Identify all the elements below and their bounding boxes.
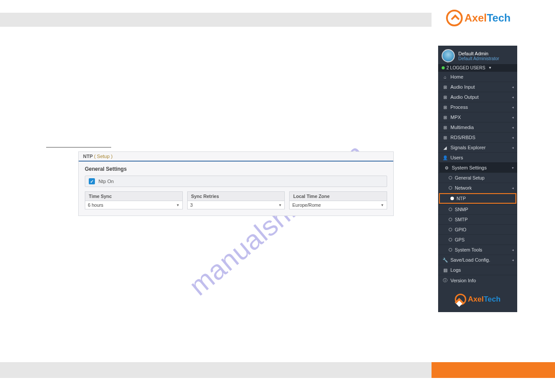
sidebar-label: Process: [450, 104, 468, 110]
circle-icon: [449, 218, 452, 221]
sidebar-sub-general-setup[interactable]: General Setup: [438, 173, 517, 183]
ntp-on-row[interactable]: ✓ Ntp On: [85, 176, 387, 187]
grid-icon: ⊞: [443, 125, 448, 130]
sidebar-sub-gpio[interactable]: GPIO: [438, 224, 517, 234]
sidebar-item-save-load[interactable]: 🔧 Save/Load Config. ◂: [438, 255, 517, 265]
sidebar-sub-system-tools[interactable]: System Tools ◂: [438, 245, 517, 255]
sidebar-role: Default Administrator: [458, 56, 499, 61]
sidebar-item-users[interactable]: 👤 Users: [438, 152, 517, 162]
sidebar-sub-gps[interactable]: GPS: [438, 234, 517, 245]
gear-icon: ⚙: [444, 165, 449, 170]
chevron-left-icon: ◂: [512, 95, 514, 99]
dropdown-icon: ▼: [176, 203, 180, 207]
footer-grey-strip: [0, 362, 432, 378]
sidebar-sub-label: General Setup: [455, 175, 485, 180]
grid-icon: ⊞: [443, 95, 448, 100]
grid-icon: ⊞: [443, 105, 448, 110]
online-dot-icon: [442, 66, 445, 69]
logo-swirl-icon: [446, 10, 463, 26]
sidebar-item-multimedia[interactable]: ⊞ Multimedia ◂: [438, 122, 517, 132]
section-divider: [46, 147, 111, 147]
wrench-icon: 🔧: [443, 258, 448, 263]
sidebar-label: Audio Input: [450, 84, 475, 90]
top-grey-strip: [0, 13, 432, 27]
sidebar-sub-label: SNMP: [455, 207, 468, 212]
sidebar-item-signals[interactable]: ◢ Signals Explorer ◂: [438, 142, 517, 152]
chevron-left-icon: ◂: [512, 136, 514, 140]
chevron-left-icon: ◂: [512, 105, 514, 109]
logo-tech: Tech: [487, 12, 511, 24]
field-label: Local Time Zone: [289, 191, 387, 201]
logo-axel: Axel: [468, 295, 484, 303]
sidebar-label: Home: [450, 74, 463, 79]
ntp-settings-screenshot: NTP ( Setup ) General Settings ✓ Ntp On …: [78, 151, 394, 216]
sidebar-sub-ntp[interactable]: NTP: [439, 193, 516, 204]
sidebar-item-mpx[interactable]: ⊞ MPX ◂: [438, 112, 517, 122]
signal-icon: ◢: [443, 145, 448, 150]
sidebar-sub-label: GPIO: [455, 227, 466, 232]
sidebar-sub-smtp[interactable]: SMTP: [438, 214, 517, 224]
sidebar-label: Users: [450, 155, 463, 160]
chevron-left-icon: ◂: [512, 85, 514, 89]
general-settings-heading: General Settings: [85, 166, 387, 172]
brand-logo-top: AxelTech: [446, 10, 511, 26]
field-label: Time Sync: [85, 191, 183, 201]
chevron-left-icon: ◂: [512, 146, 514, 150]
sidebar-label: MPX: [450, 115, 461, 120]
sidebar-label: Multimedia: [450, 125, 474, 130]
sidebar-item-logs[interactable]: ▤ Logs: [438, 265, 517, 275]
sidebar-label: Save/Load Config.: [450, 257, 490, 263]
user-icon: 👤: [443, 155, 448, 160]
sidebar-sub-network[interactable]: Network ◂: [438, 183, 517, 193]
sidebar-username: Default Admin: [458, 51, 499, 56]
grid-icon: ⊞: [443, 85, 448, 90]
ntp-subtitle: ( Setup ): [94, 154, 112, 159]
info-icon: ⓘ: [443, 277, 448, 284]
sidebar-label: Logs: [450, 267, 461, 273]
sidebar-sub-label: System Tools: [455, 247, 482, 252]
timezone-field: Local Time Zone Europe/Rome ▼: [289, 191, 387, 209]
sidebar-item-system-settings[interactable]: ⚙ System Settings ▾: [438, 162, 517, 173]
ntp-title: NTP: [83, 154, 93, 159]
sidebar-label: Version Info: [450, 278, 476, 283]
avatar-icon: [442, 49, 455, 62]
checkbox-checked-icon[interactable]: ✓: [89, 178, 95, 184]
footer-orange-strip: [432, 362, 555, 378]
sidebar-item-home[interactable]: ⌂ Home: [438, 72, 517, 82]
logo-tech: Tech: [484, 295, 501, 303]
sidebar-screenshot: Default Admin Default Administrator 2 LO…: [438, 46, 517, 312]
sidebar-sub-snmp[interactable]: SNMP: [438, 204, 517, 214]
select-value: 6 hours: [88, 202, 103, 208]
sidebar-item-process[interactable]: ⊞ Process ◂: [438, 102, 517, 112]
time-sync-select[interactable]: 6 hours ▼: [85, 201, 183, 209]
home-icon: ⌂: [443, 75, 448, 79]
sidebar-item-version[interactable]: ⓘ Version Info: [438, 275, 517, 286]
logo-axel: Axel: [464, 12, 487, 24]
sidebar-sub-label: NTP: [457, 196, 466, 201]
grid-icon: ⊞: [443, 115, 448, 120]
logged-users-label: 2 LOGGED USERS: [446, 65, 485, 70]
ntp-on-label: Ntp On: [98, 179, 114, 184]
chevron-left-icon: ◂: [512, 126, 514, 129]
sidebar-item-audio-input[interactable]: ⊞ Audio Input ◂: [438, 82, 517, 92]
sync-retries-select[interactable]: 3 ▼: [187, 201, 285, 209]
select-value: 3: [190, 202, 193, 208]
sidebar-item-rds[interactable]: ⊞ RDS/RBDS ◂: [438, 132, 517, 142]
dropdown-icon: ▼: [381, 203, 384, 207]
dropdown-icon: ▼: [278, 203, 282, 207]
sidebar-sub-label: Network: [455, 185, 472, 191]
sidebar-label: System Settings: [452, 165, 486, 170]
sidebar-item-audio-output[interactable]: ⊞ Audio Output ◂: [438, 92, 517, 102]
sync-retries-field: Sync Retries 3 ▼: [187, 191, 285, 209]
logged-users-bar[interactable]: 2 LOGGED USERS ▼: [438, 64, 517, 72]
timezone-select[interactable]: Europe/Rome ▼: [289, 201, 387, 209]
caret-down-icon: ▼: [488, 66, 492, 70]
list-icon: ▤: [443, 268, 448, 273]
sidebar-label: Signals Explorer: [450, 145, 486, 150]
circle-icon: [449, 248, 452, 252]
time-sync-field: Time Sync 6 hours ▼: [85, 191, 183, 209]
field-label: Sync Retries: [187, 191, 285, 201]
circle-icon: [449, 186, 452, 190]
circle-icon: [449, 176, 452, 180]
sidebar-label: RDS/RBDS: [450, 135, 475, 140]
